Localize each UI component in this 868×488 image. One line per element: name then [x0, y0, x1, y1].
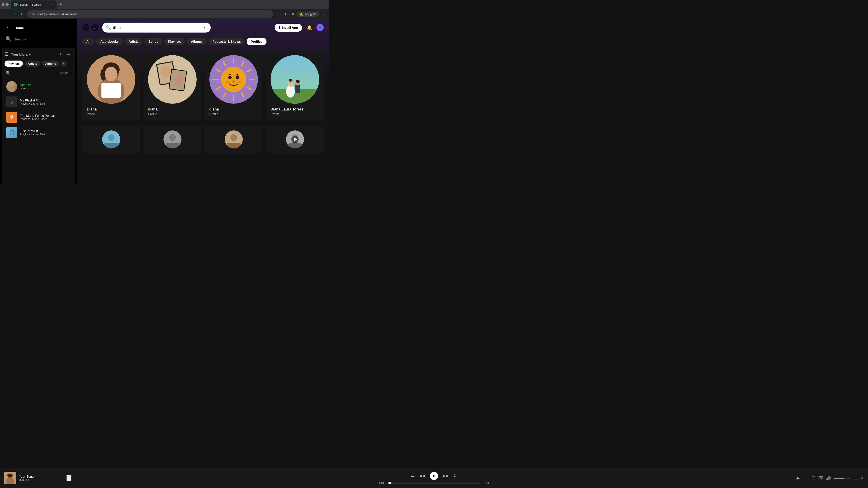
- browser-back-button[interactable]: ←: [3, 11, 9, 17]
- search-bar-icon: 🔍: [106, 25, 111, 30]
- profile-type-diana1: Profile: [87, 112, 135, 116]
- filter-chip-podcasts[interactable]: Podcasts & Shows: [209, 38, 245, 45]
- library-filter-albums[interactable]: Albums: [42, 61, 59, 67]
- bookmark-button[interactable]: ☆: [275, 11, 281, 17]
- browser-chrome: S Spotify – Search × + ← → ↻ open.spotif…: [0, 0, 329, 19]
- sidebar-item-home[interactable]: ⌂ Home: [3, 23, 74, 33]
- sidebar-item-search[interactable]: 🔍 Search: [3, 34, 74, 44]
- library-expand-button[interactable]: →: [65, 51, 72, 58]
- profile-avatar-diana2: [148, 55, 197, 104]
- sort-list-icon: ☰: [70, 71, 72, 75]
- profile-type-diana-laura: Profile: [271, 112, 319, 116]
- library-item-art-just-playlist: 🎵: [6, 127, 17, 138]
- list-item[interactable]: 🎙 The Marie Forleo Podcast Podcast • Mar…: [4, 110, 72, 125]
- svg-point-51: [289, 78, 292, 82]
- topbar-nav: ‹ ›: [82, 24, 98, 31]
- profiles-grid-row1: Diana Profile: [77, 49, 329, 126]
- library-items: Rita Ora ▲ Artist ♪ My Playlist #6 Play: [4, 79, 72, 140]
- library-icon: ☰: [4, 52, 8, 57]
- profile-avatar-diana3: [209, 55, 258, 104]
- profile-card-diana8[interactable]: [266, 126, 324, 153]
- menu-button[interactable]: ⋮: [320, 11, 327, 17]
- svg-rect-58: [166, 143, 179, 149]
- download-button[interactable]: ⬇: [282, 11, 289, 17]
- sidebar-search-label: Search: [14, 37, 26, 41]
- address-bar[interactable]: open.spotify.com/search/diana/users: [27, 10, 273, 18]
- sidebar: ⌂ Home 🔍 Search ☰ Your Library + → Pl: [0, 19, 77, 184]
- profile-name-diana3: diana: [209, 107, 258, 111]
- list-item[interactable]: Rita Ora ▲ Artist: [4, 79, 72, 94]
- filter-chip-songs[interactable]: Songs: [145, 38, 162, 45]
- library-search-button[interactable]: 🔍: [4, 69, 12, 76]
- library-search-sort: 🔍 Recents ☰: [4, 69, 72, 76]
- search-clear-button[interactable]: ×: [202, 25, 207, 30]
- library-item-art-rita-ora: [6, 81, 17, 92]
- profile-card-diana-laura[interactable]: Diana Laura Torres Profile: [266, 51, 324, 121]
- topbar-forward-button[interactable]: ›: [91, 24, 98, 31]
- library-add-button[interactable]: +: [57, 51, 64, 58]
- profile-avatar-wrap-diana1: [87, 55, 135, 104]
- app-container: ⌂ Home 🔍 Search ☰ Your Library + → Pl: [0, 19, 329, 184]
- incognito-button[interactable]: 🕵 Incognito: [297, 11, 319, 17]
- tab-close-button[interactable]: ×: [50, 2, 54, 6]
- filter-chip-all[interactable]: All: [82, 38, 94, 45]
- list-item[interactable]: 🎵 Just-PLaylist Playlist • Lauren Deli: [4, 125, 72, 140]
- filter-chip-playlists[interactable]: Playlists: [164, 38, 185, 45]
- library-title: Your Library: [11, 53, 31, 56]
- browser-forward-button[interactable]: →: [11, 11, 17, 17]
- avatar-svg-diana3: [209, 55, 258, 104]
- library-filter-pills: Playlists Artists Albums ›: [4, 61, 72, 67]
- profile-card-diana2[interactable]: diana Profile: [144, 51, 201, 121]
- active-tab[interactable]: S Spotify – Search ×: [11, 0, 57, 8]
- svg-rect-45: [271, 89, 319, 104]
- notifications-button[interactable]: 🔔: [306, 24, 313, 31]
- tab-forward-dot[interactable]: [6, 3, 8, 6]
- library-item-info-rita-ora: Rita Ora ▲ Artist: [20, 83, 70, 90]
- tab-back-dot[interactable]: [2, 3, 4, 6]
- filter-chip-albums[interactable]: Albums: [187, 38, 207, 45]
- avatar-icon: 👤: [318, 26, 322, 29]
- browser-refresh-button[interactable]: ↻: [19, 11, 25, 17]
- library-item-name-playlist6: My Playlist #6: [20, 98, 70, 102]
- profile-name-diana2: diana: [148, 107, 197, 111]
- profile-avatar-wrap-diana3: [209, 55, 258, 104]
- library-filter-more[interactable]: ›: [61, 61, 66, 67]
- filter-chip-profiles[interactable]: Profiles: [247, 38, 266, 45]
- filter-chip-audiobooks[interactable]: Audiobooks: [96, 38, 123, 45]
- profile-card-diana5[interactable]: [82, 126, 140, 153]
- library-sort-button[interactable]: Recents ☰: [57, 71, 72, 75]
- profile-name-diana1: Diana: [87, 107, 135, 111]
- profiles-grid-row2: [77, 126, 329, 158]
- toolbar-actions: ☆ ⬇ ⧉ 🕵 Incognito ⋮: [275, 11, 327, 17]
- new-tab-button[interactable]: +: [57, 1, 64, 8]
- svg-rect-61: [227, 143, 241, 149]
- search-bar[interactable]: 🔍 ×: [102, 23, 211, 33]
- profile-type-diana2: Profile: [148, 112, 197, 116]
- library-item-info-just-playlist: Just-PLaylist Playlist • Lauren Deli: [20, 129, 70, 136]
- library-item-info-playlist6: My Playlist #6 Playlist • Lauren Deli: [20, 98, 70, 105]
- list-item[interactable]: ♪ My Playlist #6 Playlist • Lauren Deli: [4, 95, 72, 109]
- library-title-button[interactable]: ☰ Your Library: [4, 52, 31, 57]
- avatar-partial-diana7: [225, 130, 243, 149]
- main-content: ‹ › 🔍 × ℹ Install App 🔔 👤 All: [77, 19, 329, 184]
- sidebar-home-label: Home: [14, 26, 24, 30]
- tab-view-button[interactable]: ⧉: [289, 11, 296, 17]
- profile-card-diana3[interactable]: diana Profile: [205, 51, 262, 121]
- library-filter-artists[interactable]: Artists: [25, 61, 40, 67]
- svg-point-33: [236, 75, 239, 79]
- topbar-back-button[interactable]: ‹: [82, 24, 90, 31]
- tab-title: Spotify – Search: [20, 3, 48, 6]
- library-item-name-rita-ora: Rita Ora: [20, 83, 70, 87]
- profile-card-diana1[interactable]: Diana Profile: [82, 51, 140, 121]
- svg-point-2: [8, 88, 15, 92]
- install-app-button[interactable]: ℹ Install App: [275, 24, 302, 32]
- main-topbar: ‹ › 🔍 × ℹ Install App 🔔 👤: [77, 19, 329, 36]
- library-filter-playlists[interactable]: Playlists: [4, 61, 23, 67]
- filter-chip-artists[interactable]: Artists: [125, 38, 143, 45]
- profile-card-diana6[interactable]: [144, 126, 201, 153]
- svg-point-52: [296, 80, 300, 83]
- library-actions: + →: [57, 51, 72, 58]
- avatar-button[interactable]: 👤: [316, 24, 324, 31]
- search-input[interactable]: [113, 26, 199, 30]
- profile-card-diana7[interactable]: [205, 126, 262, 153]
